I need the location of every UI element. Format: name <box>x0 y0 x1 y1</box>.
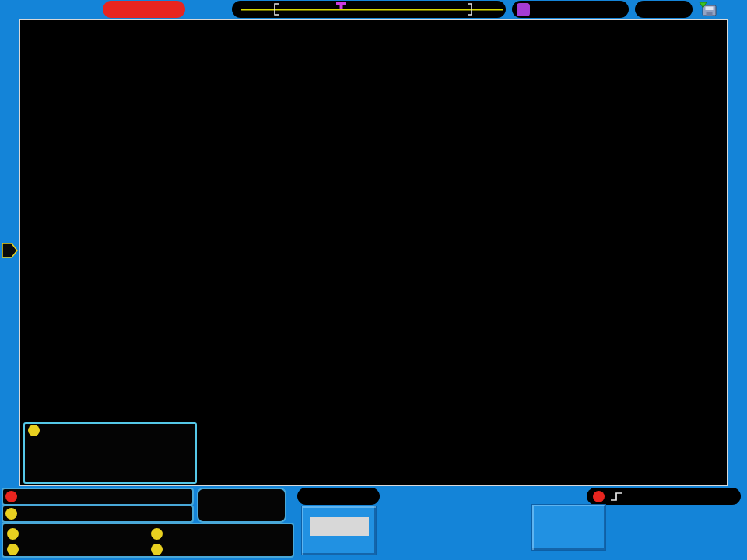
trigger-position-icon <box>336 2 346 9</box>
channel2-badge <box>28 425 40 436</box>
channel2-status-row <box>2 505 194 523</box>
channel1-status-row <box>2 488 194 506</box>
waveform-display-area <box>19 19 728 486</box>
trigger-source-badge <box>593 491 605 502</box>
channel1-badge <box>5 491 17 502</box>
type-selected-value[interactable] <box>310 517 369 536</box>
clock <box>635 1 693 18</box>
save-button[interactable] <box>531 504 606 551</box>
measure-badge <box>151 528 163 540</box>
measure-badge <box>151 544 163 555</box>
record-position-graphic <box>232 1 506 18</box>
trigger-time-readout <box>512 1 629 18</box>
record-position-bar <box>232 1 506 18</box>
trigger-level-readout <box>587 488 741 505</box>
acquisition-info-panel <box>197 488 286 523</box>
type-button[interactable] <box>301 506 377 555</box>
acquisition-status-badge <box>103 1 185 18</box>
timebase-readout <box>297 488 380 505</box>
trigger-t-icon <box>517 3 530 16</box>
measure-badge <box>7 528 19 540</box>
measure-badge <box>7 544 19 555</box>
channel2-ground-marker <box>2 243 17 257</box>
cursor-readout-panel <box>23 422 197 484</box>
channel2-badge <box>5 508 17 520</box>
oscilloscope-screen <box>0 0 747 560</box>
measurements-panel <box>2 523 294 558</box>
rising-edge-icon <box>609 490 625 502</box>
